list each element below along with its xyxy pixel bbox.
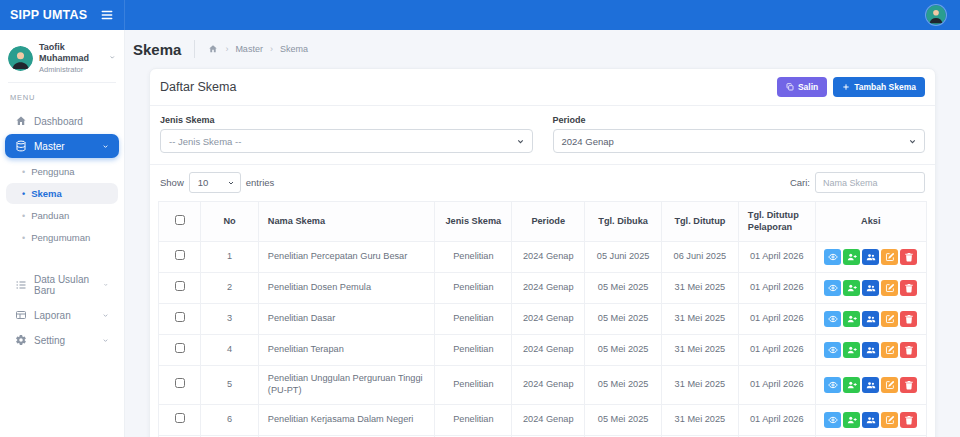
delete-button[interactable] xyxy=(900,377,917,393)
members-button[interactable] xyxy=(862,249,879,265)
members-button[interactable] xyxy=(862,311,879,327)
view-button[interactable] xyxy=(824,342,841,358)
chevron-down-icon xyxy=(516,137,525,146)
row-nama-skema: Penelitian Unggulan Perguruan Tinggi (PU… xyxy=(258,366,435,405)
sidebar-item-label: Dashboard xyxy=(34,116,83,127)
page-title: Skema xyxy=(133,41,181,58)
sidebar-item-skema[interactable]: Skema xyxy=(6,183,118,204)
members-button[interactable] xyxy=(862,280,879,296)
users-icon xyxy=(866,415,876,425)
column-header-no: No xyxy=(201,202,259,242)
row-tgl-ditutup-pelaporan: 01 April 2026 xyxy=(738,404,815,435)
edit-button[interactable] xyxy=(881,280,898,296)
delete-button[interactable] xyxy=(900,280,917,296)
breadcrumb-item-master[interactable]: Master xyxy=(235,44,263,54)
user-avatar[interactable] xyxy=(926,5,946,25)
edit-button[interactable] xyxy=(881,311,898,327)
hamburger-icon[interactable] xyxy=(100,8,114,22)
row-nama-skema: Penelitian Kerjasama Dalam Negeri xyxy=(258,404,435,435)
user-profile[interactable]: Taofik Muhammad Administrator xyxy=(0,38,124,82)
delete-button[interactable] xyxy=(900,311,917,327)
sidebar-item-dashboard[interactable]: Dashboard xyxy=(5,109,119,133)
row-tgl-ditutup-pelaporan: 01 April 2026 xyxy=(738,242,815,273)
eye-icon xyxy=(828,415,838,425)
add-user-button[interactable] xyxy=(843,412,860,428)
home-icon[interactable] xyxy=(208,44,218,54)
row-aksi-cell xyxy=(815,366,926,405)
add-user-button[interactable] xyxy=(843,311,860,327)
row-periode: 2024 Genap xyxy=(512,273,585,304)
row-checkbox[interactable] xyxy=(175,413,185,423)
edit-button[interactable] xyxy=(881,249,898,265)
edit-button[interactable] xyxy=(881,342,898,358)
view-button[interactable] xyxy=(824,377,841,393)
delete-button[interactable] xyxy=(900,249,917,265)
sidebar-item-label: Data Usulan Baru xyxy=(34,274,96,296)
header-divider xyxy=(194,40,195,58)
user-plus-icon xyxy=(847,415,857,425)
add-user-button[interactable] xyxy=(843,342,860,358)
row-no: 6 xyxy=(201,404,259,435)
jenis-skema-select[interactable]: -- Jenis Skema -- xyxy=(160,129,533,153)
row-checkbox[interactable] xyxy=(175,343,185,353)
row-aksi-cell xyxy=(815,273,926,304)
chevron-down-icon xyxy=(227,179,235,187)
copy-icon xyxy=(786,83,794,91)
page-size-select[interactable]: 10 xyxy=(189,172,241,193)
members-button[interactable] xyxy=(862,342,879,358)
sidebar-item-laporan[interactable]: Laporan xyxy=(5,303,119,327)
delete-button[interactable] xyxy=(900,412,917,428)
view-button[interactable] xyxy=(824,311,841,327)
periode-select[interactable]: 2024 Genap xyxy=(553,129,926,153)
row-tgl-ditutup-pelaporan: 01 April 2026 xyxy=(738,304,815,335)
row-tgl-ditutup: 31 Mei 2025 xyxy=(662,335,739,366)
row-aksi-cell xyxy=(815,242,926,273)
row-tgl-ditutup: 31 Mei 2025 xyxy=(662,366,739,405)
sidebar-item-data-usulan-baru[interactable]: Data Usulan Baru xyxy=(5,268,119,302)
row-aksi-cell xyxy=(815,335,926,366)
row-checkbox[interactable] xyxy=(175,281,185,291)
row-checkbox-cell xyxy=(159,366,201,405)
row-no: 1 xyxy=(201,242,259,273)
select-all-checkbox[interactable] xyxy=(175,215,185,225)
profile-avatar-icon xyxy=(8,46,33,71)
master-submenu: Pengguna Skema Panduan Pengumuman xyxy=(0,159,124,253)
add-user-button[interactable] xyxy=(843,377,860,393)
salin-button[interactable]: Salin xyxy=(777,77,827,97)
row-checkbox[interactable] xyxy=(175,312,185,322)
row-jenis-skema: Penelitian xyxy=(435,273,512,304)
add-user-button[interactable] xyxy=(843,249,860,265)
delete-button[interactable] xyxy=(900,342,917,358)
users-icon xyxy=(866,283,876,293)
row-nama-skema: Penelitian Terapan xyxy=(258,335,435,366)
row-checkbox[interactable] xyxy=(175,250,185,260)
tambah-skema-button[interactable]: Tambah Skema xyxy=(833,77,925,97)
edit-button[interactable] xyxy=(881,377,898,393)
row-checkbox-cell xyxy=(159,304,201,335)
eye-icon xyxy=(828,314,838,324)
row-no: 3 xyxy=(201,304,259,335)
members-button[interactable] xyxy=(862,377,879,393)
sidebar-item-panduan[interactable]: Panduan xyxy=(6,205,118,226)
row-checkbox[interactable] xyxy=(175,378,185,388)
sidebar-item-setting[interactable]: Setting xyxy=(5,328,119,352)
members-button[interactable] xyxy=(862,412,879,428)
row-jenis-skema: Penelitian xyxy=(435,242,512,273)
row-nama-skema: Penelitian Percepatan Guru Besar xyxy=(258,242,435,273)
table-row: 6 Penelitian Kerjasama Dalam Negeri Pene… xyxy=(159,404,927,435)
user-plus-icon xyxy=(847,314,857,324)
trash-icon xyxy=(904,415,914,425)
view-button[interactable] xyxy=(824,280,841,296)
sidebar-item-pengguna[interactable]: Pengguna xyxy=(6,161,118,182)
edit-button[interactable] xyxy=(881,412,898,428)
add-user-button[interactable] xyxy=(843,280,860,296)
jenis-skema-label: Jenis Skema xyxy=(160,115,533,125)
users-icon xyxy=(866,314,876,324)
view-button[interactable] xyxy=(824,249,841,265)
edit-icon xyxy=(885,314,895,324)
sidebar-item-master[interactable]: Master xyxy=(5,134,119,158)
view-button[interactable] xyxy=(824,412,841,428)
search-input[interactable] xyxy=(815,172,925,193)
entries-label: entries xyxy=(246,177,275,188)
sidebar-item-pengumuman[interactable]: Pengumuman xyxy=(6,227,118,248)
